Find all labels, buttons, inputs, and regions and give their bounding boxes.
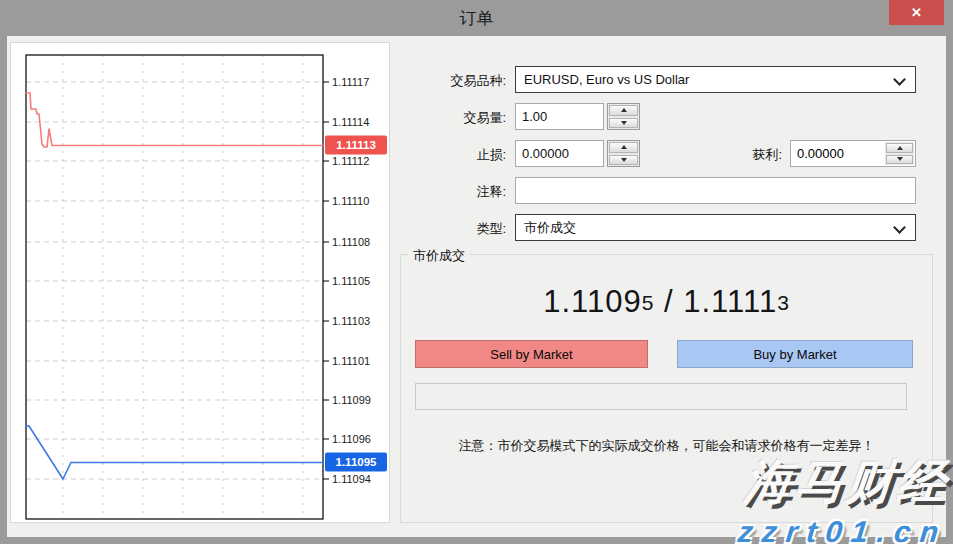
arrow-up-icon: [897, 146, 903, 150]
dialog-title: 订单: [0, 7, 953, 30]
tick-chart-svg: 1.111171.111141.111121.111101.111081.111…: [11, 43, 389, 522]
ask-price: 1.1111: [683, 284, 777, 319]
bid-price: 1.1109: [543, 284, 642, 319]
type-label: 类型:: [396, 220, 506, 238]
svg-text:1.11114: 1.11114: [332, 116, 369, 128]
stop-loss-label: 止损:: [396, 146, 506, 164]
volume-input[interactable]: [515, 103, 604, 130]
svg-text:1.11112: 1.11112: [332, 155, 369, 167]
bid-price-pip: 5: [642, 291, 655, 314]
svg-text:1.11117: 1.11117: [332, 76, 369, 88]
symbol-label: 交易品种:: [396, 72, 506, 90]
chevron-down-icon: [893, 221, 906, 234]
market-execution-legend: 市价成交: [408, 247, 470, 265]
volume-stepper: [607, 103, 640, 130]
ask-price-pip: 3: [777, 291, 790, 314]
svg-text:1.11096: 1.11096: [332, 433, 371, 445]
price-separator: /: [654, 284, 683, 319]
svg-text:1.11103: 1.11103: [332, 315, 370, 327]
svg-text:1.11113: 1.11113: [336, 139, 376, 151]
watermark-site: zzrt01.cn: [736, 515, 949, 544]
tick-chart: 1.111171.111141.111121.111101.111081.111…: [10, 42, 390, 523]
close-icon: ✕: [911, 5, 922, 20]
stop-loss-stepper: [607, 140, 640, 167]
watermark-brand: 海马财经: [742, 451, 953, 514]
take-profit-label: 获利:: [672, 146, 782, 164]
quote-display: 1.11095 / 1.11113: [400, 284, 933, 320]
chevron-down-icon: [893, 73, 906, 86]
symbol-select[interactable]: EURUSD, Euro vs US Dollar: [515, 66, 916, 93]
buy-button[interactable]: Buy by Market: [677, 340, 913, 368]
symbol-value: EURUSD, Euro vs US Dollar: [524, 72, 689, 87]
svg-text:1.11099: 1.11099: [332, 394, 371, 406]
volume-step-down[interactable]: [609, 118, 638, 129]
arrow-down-icon: [621, 158, 627, 162]
title-bar: 订单 ✕: [0, 0, 953, 32]
take-profit-stepper: [885, 142, 914, 165]
comment-label: 注释:: [396, 183, 506, 201]
arrow-down-icon: [621, 121, 627, 125]
close-button[interactable]: ✕: [889, 0, 944, 25]
svg-text:1.11101: 1.11101: [332, 355, 370, 367]
stop-loss-input[interactable]: [515, 140, 604, 167]
arrow-down-icon: [897, 157, 903, 161]
volume-label: 交易量:: [396, 109, 506, 127]
sell-button[interactable]: Sell by Market: [415, 340, 648, 368]
take-profit-step-down[interactable]: [886, 155, 913, 165]
svg-text:1.11095: 1.11095: [336, 456, 378, 468]
order-dialog: 订单 ✕ 1.111171.111141.111121.111101.11108…: [0, 0, 953, 544]
take-profit-field: [790, 140, 916, 167]
take-profit-step-up[interactable]: [886, 143, 913, 153]
order-status-box: [415, 383, 907, 410]
arrow-up-icon: [621, 108, 627, 112]
take-profit-input[interactable]: [791, 141, 881, 166]
comment-input[interactable]: [515, 177, 916, 204]
buy-button-label: Buy by Market: [753, 347, 836, 362]
order-type-value: 市价成交: [524, 219, 576, 237]
sell-button-label: Sell by Market: [490, 347, 572, 362]
arrow-up-icon: [621, 145, 627, 149]
order-type-select[interactable]: 市价成交: [515, 214, 916, 241]
svg-text:1.11108: 1.11108: [332, 236, 370, 248]
svg-text:1.11110: 1.11110: [332, 195, 369, 207]
stop-loss-step-up[interactable]: [609, 142, 638, 153]
svg-text:1.11094: 1.11094: [332, 473, 371, 485]
volume-step-up[interactable]: [609, 105, 638, 116]
svg-text:1.11105: 1.11105: [332, 275, 370, 287]
stop-loss-step-down[interactable]: [609, 155, 638, 166]
